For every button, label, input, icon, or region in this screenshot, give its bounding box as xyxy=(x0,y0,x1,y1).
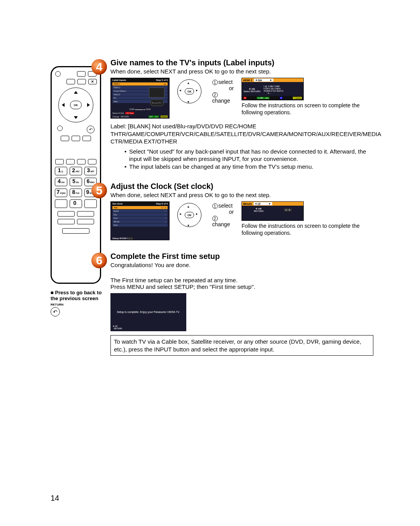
remote-btn xyxy=(57,126,63,131)
close-icon xyxy=(88,79,97,84)
arrow-down-icon xyxy=(74,116,78,119)
keyboard-icon: Blu-ray, DVD ... xyxy=(150,99,164,106)
key-2: 2ABC xyxy=(70,167,82,175)
ok-button: OK xyxy=(185,212,194,218)
remote-btn xyxy=(77,219,94,224)
arrow-up-icon xyxy=(74,91,78,94)
step-title: Adjust the Clock (Set clock) xyxy=(110,182,373,191)
remote-btn xyxy=(82,136,91,141)
remote-btn xyxy=(72,136,80,141)
dpad-diagram: OK ▴▾◂▸ xyxy=(177,201,210,229)
remote-btn xyxy=(62,228,89,234)
back-title: Press to go back to the previous screen xyxy=(51,290,102,301)
key-3: 3DEF xyxy=(84,167,97,175)
remote-btn xyxy=(88,159,96,164)
step-4: 4 Give names to the TV's inputs (Label i… xyxy=(109,58,373,170)
remote-btn xyxy=(77,79,86,84)
power-icon xyxy=(55,71,61,77)
input-note-box: To watch TV via a Cable box, Satellite r… xyxy=(110,335,373,356)
osd-complete: Setup is complete. Enjoy your Panasonic … xyxy=(110,293,186,331)
remote-btn xyxy=(66,159,75,164)
repeat-line: The First time setup can be repeated at … xyxy=(110,277,373,283)
remote-btn xyxy=(58,211,75,217)
remote-btn xyxy=(61,136,69,141)
menu-line: Press MENU and select SETUP; then "First… xyxy=(110,283,373,290)
remote-control: OK ↶ 1@ .2ABC3DEF 4GHI5JKL6MNO 7PQRS8TUV… xyxy=(51,66,101,284)
ok-button: OK xyxy=(70,101,82,109)
step4-bullets: Select "Not used" for any back-panel inp… xyxy=(124,148,373,171)
osd-set-clock: Set clockStep 6 of 6 Year◂ - - ▸ Mo/Dt- … xyxy=(110,201,170,240)
annotation: 1select or 2change xyxy=(212,203,234,227)
return-icon: ↶ xyxy=(51,307,60,316)
osd-label-inputs: Label inputsStep 5 of 6 HDMI 1◂ ▸ HDMI 2… xyxy=(110,78,170,119)
step-badge: 6 xyxy=(91,253,107,268)
step-subtitle: When done, select NEXT and press OK to g… xyxy=(110,192,373,198)
remote-btn xyxy=(58,219,75,224)
key-4: 4GHI xyxy=(55,178,67,186)
annotation: 1select or 2change xyxy=(212,79,234,104)
back-instruction: ■ Press to go back to the previous scree… xyxy=(51,290,109,316)
dpad: OK xyxy=(58,87,93,122)
remote-btn xyxy=(55,199,67,208)
ok-button: OK xyxy=(185,88,194,94)
follow-note: Follow the instructions on screen to com… xyxy=(242,102,373,116)
step-5: 5 Adjust the Clock (Set clock) When done… xyxy=(109,182,373,240)
key-0: 0- . xyxy=(70,199,82,208)
return-icon: ↶ xyxy=(87,126,94,133)
step-title: Complete the First time setup xyxy=(110,252,373,261)
key-1: 1@ . xyxy=(55,167,67,175)
follow-note: Follow the instructions on screen to com… xyxy=(242,222,373,236)
numeric-keypad: 1@ .2ABC3DEF 4GHI5JKL6MNO 7PQRS8TUV9WXYZ… xyxy=(55,167,97,208)
step-subtitle: When done, select NEXT and press OK to g… xyxy=(110,68,373,75)
osd-hdmi2-edit: HDMI 2GA ✥ OKSelect RETURN 1 @. 2 ABC 3 … xyxy=(242,78,373,116)
page-number: 14 xyxy=(51,494,59,503)
remote-btn xyxy=(84,199,97,208)
osd-minute-edit: Minute10 ✥ OKRETURN 0 - 9 Follow the ins… xyxy=(242,201,373,236)
key-5: 5JKL xyxy=(70,178,82,186)
key-7: 7PQRS xyxy=(55,189,67,197)
remote-btn xyxy=(77,211,94,217)
step-badge: 5 xyxy=(91,183,107,198)
tv-icon xyxy=(149,87,164,98)
return-label: RETURN xyxy=(51,303,109,306)
arrow-right-icon xyxy=(87,103,90,107)
arrow-left-icon xyxy=(62,103,65,107)
step-title: Give names to the TV's inputs (Label inp… xyxy=(110,58,373,67)
remote-btn xyxy=(77,71,86,77)
dpad-diagram: OK ▴▾◂▸ xyxy=(177,78,210,105)
step-badge: 4 xyxy=(91,59,107,75)
key-8: 8TUV xyxy=(70,189,82,197)
congrats-line: Congratulations! You are done. xyxy=(110,262,373,268)
remote-column: OK ↶ 1@ .2ABC3DEF 4GHI5JKL6MNO 7PQRS8TUV… xyxy=(51,66,105,284)
label-options: Label: [BLANK] Not used/Blu-ray/DVD/DVD … xyxy=(110,122,373,145)
remote-btn xyxy=(66,79,75,84)
step-6: 6 Complete the First time setup Congratu… xyxy=(109,252,373,356)
remote-btn xyxy=(77,159,86,164)
remote-btn xyxy=(55,159,64,164)
